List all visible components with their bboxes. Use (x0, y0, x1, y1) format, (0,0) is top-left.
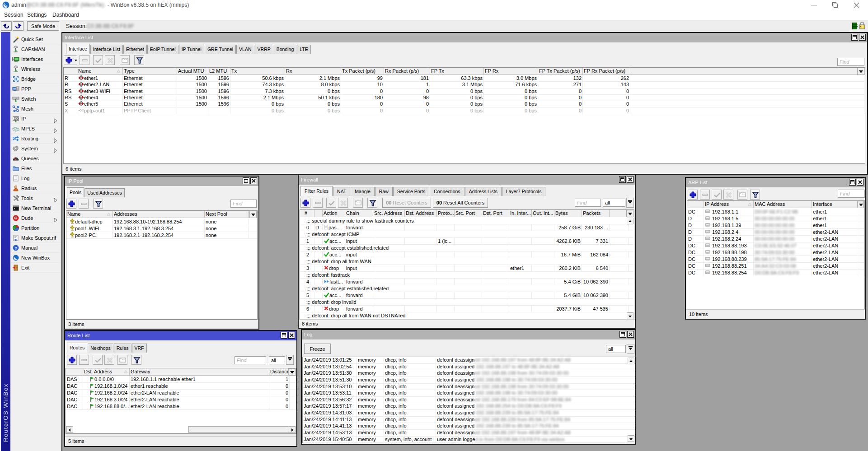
svg-text:255: 255 (14, 117, 19, 120)
svg-text:?: ? (15, 246, 18, 251)
svg-text:D: D (15, 217, 17, 220)
